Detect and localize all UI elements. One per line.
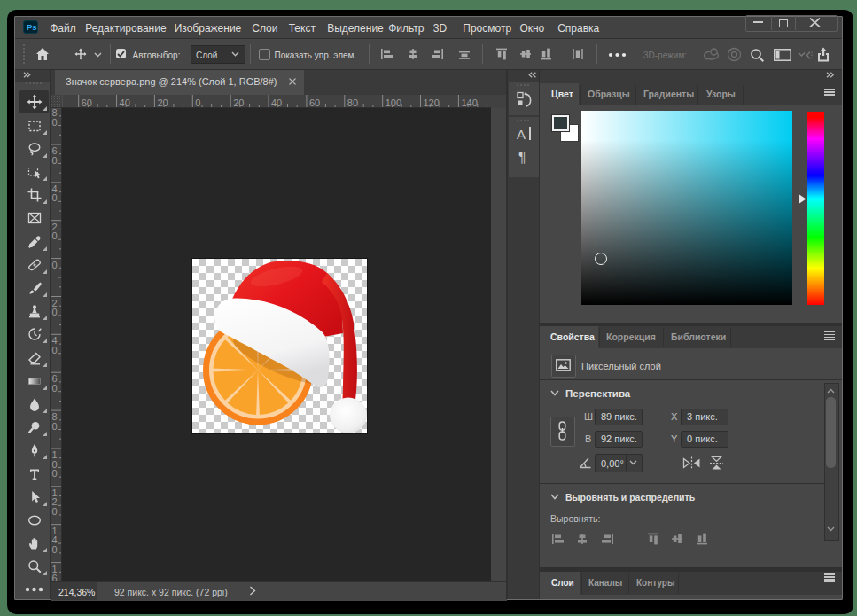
svg-text:0: 0 — [195, 97, 200, 108]
svg-text:60: 60 — [82, 97, 92, 108]
svg-text:0: 0 — [52, 544, 58, 555]
svg-text:0: 0 — [52, 260, 58, 270]
svg-text:6: 6 — [52, 573, 58, 581]
svg-text:0: 0 — [52, 155, 58, 166]
svg-text:40: 40 — [271, 97, 282, 108]
svg-text:60: 60 — [309, 97, 320, 108]
svg-text:0: 0 — [52, 307, 58, 317]
svg-text:100: 100 — [386, 97, 401, 108]
svg-text:140: 140 — [461, 97, 477, 108]
svg-text:20: 20 — [157, 97, 168, 108]
svg-text:20: 20 — [233, 97, 244, 108]
svg-text:80: 80 — [347, 97, 358, 108]
svg-text:0: 0 — [52, 383, 58, 394]
svg-text:0: 0 — [52, 468, 58, 479]
svg-text:0: 0 — [52, 117, 58, 128]
svg-text:0: 0 — [52, 345, 58, 355]
svg-text:0: 0 — [52, 230, 58, 241]
svg-text:40: 40 — [120, 97, 130, 108]
svg-text:0: 0 — [52, 192, 58, 203]
svg-text:120: 120 — [424, 97, 440, 108]
svg-text:0: 0 — [52, 421, 58, 432]
svg-text:0: 0 — [52, 506, 58, 517]
